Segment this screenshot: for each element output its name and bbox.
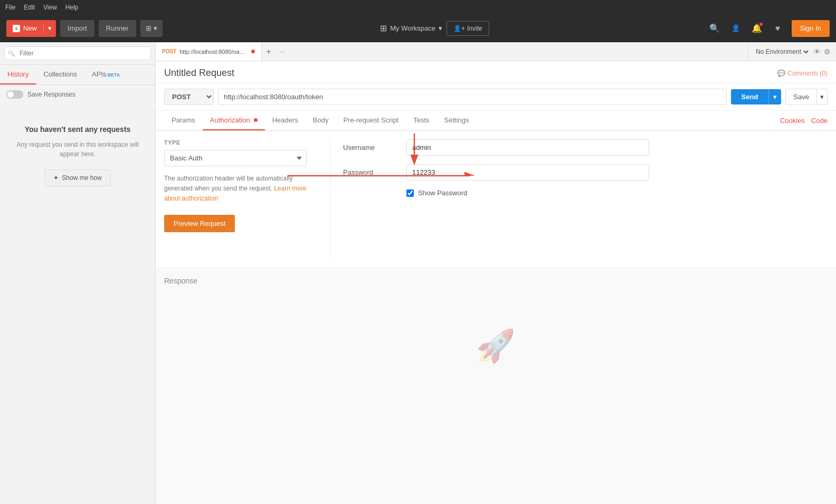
req-tab-prerequest[interactable]: Pre-request Script [336,111,406,130]
user-icon-btn[interactable]: 👤 [728,21,743,36]
save-button-group: Save ▾ [785,89,828,105]
runner-button[interactable]: Runner [99,20,136,37]
user-icon: 👤 [732,24,740,32]
tab-url-text: http://localhost:8080/oauth/to... [179,49,248,55]
toolbar-right: 🔍 👤 🔔 ♥ Sign In [707,20,830,37]
url-input[interactable] [218,89,727,105]
workspace-grid-icon: ⊞ [380,23,387,33]
workspace-label: My Workspace [390,24,435,32]
send-dropdown-icon: ▾ [773,93,777,101]
beta-badge: BETA [108,72,120,78]
eye-icon: 👁 [813,47,821,56]
show-me-label: Show me how [62,174,101,182]
body-tab-label: Body [313,116,329,124]
req-tab-params[interactable]: Params [164,111,203,130]
invite-button[interactable]: 👤+ Invite [446,21,489,36]
req-tab-authorization[interactable]: Authorization [203,111,265,130]
menu-file[interactable]: File [5,4,15,11]
authorization-tab-dot [254,118,258,122]
save-button[interactable]: Save [785,89,817,105]
env-gear-button[interactable]: ⚙ [824,47,831,56]
empty-state-title: You haven't sent any requests [25,125,131,134]
password-input[interactable] [406,164,649,180]
save-responses-toggle[interactable] [6,90,23,99]
method-select[interactable]: POST GET PUT DELETE [164,89,214,105]
notification-icon-btn[interactable]: 🔔 [749,21,764,36]
code-link[interactable]: Code [811,111,828,130]
heart-icon-btn[interactable]: ♥ [771,21,785,36]
comments-label: Comments (0) [787,70,828,77]
tab-method-badge: POST [162,49,176,54]
right-links: Cookies Code [780,111,828,130]
tests-tab-label: Tests [413,116,429,124]
intercept-button[interactable]: ⊞ ▾ [140,20,163,37]
headers-tab-label: Headers [272,116,298,124]
history-tab-label: History [7,70,28,78]
sidebar-empty-state: You haven't sent any requests Any reques… [0,104,155,207]
req-tab-settings[interactable]: Settings [437,111,477,130]
show-password-label[interactable]: Show Password [418,189,467,197]
auth-description: The authorization header will be automat… [164,174,307,204]
username-field-label: Username [343,144,406,151]
settings-tab-label: Settings [444,116,469,124]
new-button[interactable]: + New [6,24,44,32]
search-icon-btn[interactable]: 🔍 [707,21,722,36]
sidebar: History Collections APIsBETA Save Respon… [0,42,156,504]
send-button[interactable]: Send [731,89,769,104]
request-title-bar: Untitled Request 💬 Comments (0) [156,61,836,83]
menu-edit[interactable]: Edit [24,4,35,11]
gear-icon: ⚙ [824,47,831,56]
search-wrap [4,46,151,60]
request-tabs-bar: POST http://localhost:8080/oauth/to... +… [156,42,748,61]
username-input[interactable] [406,139,649,156]
import-button[interactable]: Import [60,20,94,37]
show-password-row: Show Password [406,189,828,197]
request-tab[interactable]: POST http://localhost:8080/oauth/to... [156,42,262,61]
req-tab-tests[interactable]: Tests [406,111,436,130]
show-me-how-button[interactable]: ✦ Show me how [44,169,110,186]
request-title[interactable]: Untitled Request [164,68,234,79]
send-dropdown-button[interactable]: ▾ [768,89,781,104]
empty-state-desc: Any request you send in this workspace w… [11,140,145,159]
menu-help[interactable]: Help [65,4,79,11]
tab-modified-dot [251,50,255,53]
auth-right-panel: Username Password Show Password [343,139,828,259]
comments-button[interactable]: 💬 Comments (0) [777,70,828,77]
username-field-row: Username [343,139,828,156]
cursor-icon: ✦ [53,174,59,182]
save-dropdown-button[interactable]: ▾ [817,89,828,105]
invite-icon: 👤+ [453,25,465,32]
notification-dot [759,23,763,26]
workspace-button[interactable]: ⊞ My Workspace ▾ [380,23,442,33]
req-tab-headers[interactable]: Headers [265,111,306,130]
req-tab-body[interactable]: Body [306,111,336,130]
menu-view[interactable]: View [43,4,57,11]
sidebar-tab-history[interactable]: History [0,65,36,84]
params-tab-label: Params [172,116,195,124]
workspace-dropdown-icon: ▾ [439,24,442,32]
sidebar-tab-apis[interactable]: APIsBETA [84,65,127,84]
auth-panel: TYPE Basic Auth No Auth API Key Bearer T… [156,131,836,268]
new-button-group: + New ▾ [6,20,56,37]
sign-in-button[interactable]: Sign In [792,20,830,37]
new-dropdown-arrow[interactable]: ▾ [44,24,56,32]
url-bar: POST GET PUT DELETE Send ▾ Save ▾ [156,83,836,111]
more-tabs-button[interactable]: ··· [276,42,290,61]
search-icon: 🔍 [709,23,720,33]
sidebar-tab-collections[interactable]: Collections [36,65,84,84]
save-responses-toggle-row: Save Responses [0,85,155,104]
auth-left-panel: TYPE Basic Auth No Auth API Key Bearer T… [164,139,317,259]
new-label: New [23,24,37,32]
menu-bar: File Edit View Help [0,0,836,15]
env-eye-button[interactable]: 👁 [813,47,821,56]
search-input[interactable] [4,46,151,60]
sidebar-search-area [0,42,155,65]
show-password-checkbox[interactable] [406,189,414,197]
new-plus-icon: + [13,25,20,32]
cookies-link[interactable]: Cookies [780,111,805,130]
auth-type-select[interactable]: Basic Auth No Auth API Key Bearer Token … [164,150,307,166]
add-tab-button[interactable]: + [262,42,275,61]
environment-select[interactable]: No Environment [754,47,810,56]
password-field-label: Password [343,168,406,176]
preview-request-button[interactable]: Preview Request [164,215,235,232]
